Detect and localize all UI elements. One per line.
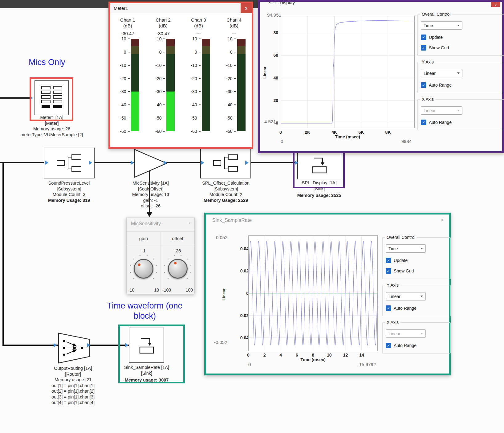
x-range-start: 0	[248, 362, 251, 367]
knob-control[interactable]	[163, 254, 193, 284]
x-range-end: 9984	[381, 139, 412, 144]
scale-tick-mark	[199, 131, 201, 132]
block-spl-display[interactable]	[297, 151, 341, 179]
wire	[2, 345, 59, 346]
block-output-routing[interactable]	[58, 333, 90, 364]
close-button[interactable]: x	[491, 2, 500, 7]
vu-meter: 100-10-20-30-40-50-60	[150, 39, 177, 131]
block-caption-output-routing: OutputRouting [1A][Router]Memory usage: …	[35, 366, 112, 406]
caption-line: Memory usage: 21	[35, 377, 112, 383]
caption-line: [Subsystem]	[187, 186, 264, 192]
checkbox-checked-icon: ✓	[386, 258, 391, 263]
update-checkbox[interactable]: ✓Update	[386, 258, 447, 263]
x-range-start: 0	[281, 139, 283, 144]
caption-line: [Router]	[35, 371, 112, 377]
scale-tick-mark	[234, 91, 236, 92]
show-grid-checkbox[interactable]: ✓Show Grid	[386, 268, 447, 274]
x-tick-label: 12	[339, 353, 352, 357]
param-value: -26	[174, 248, 181, 253]
time-domain-dropdown[interactable]: Time	[421, 21, 462, 30]
x-scale-dropdown[interactable]: Linear	[421, 106, 462, 115]
update-checkbox[interactable]: ✓Update	[421, 35, 501, 40]
scale-tick-mark	[234, 52, 236, 52]
scale-tick-label: -10	[221, 63, 233, 68]
block-spl-offset-calculation[interactable]	[200, 148, 251, 178]
show-grid-checkbox[interactable]: ✓Show Grid	[421, 45, 501, 51]
chevron-down-icon	[457, 25, 460, 26]
knob-face[interactable]	[168, 259, 188, 279]
x-axis-label: Time (msec)	[326, 134, 369, 139]
knob-face[interactable]	[134, 259, 153, 279]
scale-tick-label: -60	[221, 129, 233, 134]
channel-header: Chan 1 (dB)	[120, 17, 135, 29]
control-group: Overall ControlTime✓Update✓Show Grid	[417, 14, 504, 56]
y-scale-dropdown[interactable]: Linear	[421, 69, 462, 77]
sink-plot	[248, 235, 378, 351]
block-caption-mic-sensitivity: MicSensitivity [1A][ScaleOffset]Memory u…	[117, 180, 185, 209]
checkbox-label: Update	[394, 258, 408, 263]
knob-tick-dot	[156, 272, 157, 273]
knob-tick-dot	[187, 259, 188, 259]
scale-tick-label: 10	[115, 36, 126, 41]
knob-tick-dot	[133, 259, 134, 259]
scale-tick-mark	[234, 104, 236, 105]
meter-bar	[166, 39, 175, 131]
meter-channel: Chan 2 (dB)-30.47100-10-20-30-40-50-60	[146, 17, 181, 147]
x-auto-range-checkbox[interactable]: ✓Auto Range	[386, 343, 447, 348]
y-auto-range-checkbox[interactable]: ✓Auto Range	[421, 82, 501, 88]
close-button[interactable]: x	[189, 220, 191, 225]
control-group: Y AxisLinear✓Auto Range	[382, 285, 451, 316]
scale-tick-label: -50	[115, 116, 126, 121]
knob-control[interactable]	[129, 254, 158, 284]
block-meter1[interactable]	[35, 80, 69, 115]
scale-tick-label: 10	[221, 36, 233, 41]
x-auto-range-checkbox[interactable]: ✓Auto Range	[421, 120, 501, 125]
y-auto-range-checkbox[interactable]: ✓Auto Range	[386, 305, 447, 311]
spl-plot	[281, 16, 415, 128]
vu-meter: 100-10-20-30-40-50-60	[221, 39, 247, 131]
meter-channel: Chan 1 (dB)-30.47100-10-20-30-40-50-60	[111, 17, 145, 147]
caption-line: out[4] = pin[1].chan[4]	[35, 400, 112, 406]
output-pin-icon	[87, 343, 90, 347]
sink-icon	[136, 336, 158, 355]
scale-tick-label: -20	[221, 76, 233, 81]
block-sink-samplerate[interactable]	[129, 328, 164, 363]
meter-bar	[131, 39, 139, 131]
y-scale-dropdown[interactable]: Linear	[386, 292, 426, 300]
caption-line: Meter1 [1A]	[7, 115, 96, 121]
scale-tick-mark	[163, 65, 165, 66]
dropdown-value: Linear	[424, 71, 436, 76]
scale-tick-label: -50	[150, 116, 162, 121]
knob-tick-dot	[187, 278, 188, 279]
vu-meter: 100-10-20-30-40-50-60	[115, 39, 141, 131]
scale-tick-label: 0	[185, 50, 197, 55]
y-tick-label: -0	[268, 121, 279, 126]
time-domain-dropdown[interactable]: Time	[386, 244, 426, 253]
caption-line: SoundPressureLevel	[32, 180, 106, 186]
x-tick-label: 0	[274, 130, 287, 135]
close-button[interactable]: x	[241, 3, 252, 13]
dropdown-value: Linear	[388, 331, 400, 336]
input-pin-icon	[131, 161, 134, 165]
dropdown-value: Linear	[388, 294, 400, 299]
caption-line: OutputRouting [1A]	[35, 366, 112, 371]
control-group: X AxisLinear✓Auto Range	[417, 99, 504, 130]
window-titlebar[interactable]: Meter1 x	[110, 3, 252, 13]
window-title: Meter1	[114, 6, 128, 11]
block-sound-pressure-level[interactable]	[44, 148, 95, 178]
y-tick-text: 40	[273, 76, 278, 80]
caption-line: [ScaleOffset]	[117, 186, 185, 192]
x-scale-dropdown[interactable]: Linear	[386, 329, 426, 338]
y-tick-label: 80	[268, 30, 279, 35]
block-mic-sensitivity-triangle[interactable]	[134, 149, 167, 178]
y-axis-label: Linear	[222, 285, 226, 304]
x-tick-label: 6	[290, 353, 304, 357]
close-button[interactable]: x	[441, 217, 444, 222]
window-title: SPL_Display	[268, 2, 295, 6]
scale-tick-label: -20	[150, 76, 162, 81]
wire	[0, 97, 32, 99]
meter-channel: Chan 4 (dB)---100-10-20-30-40-50-60	[217, 17, 251, 147]
scale-tick-mark	[199, 118, 201, 118]
x-tick-label: 8	[306, 353, 320, 357]
caption-line: gain: -1	[117, 198, 185, 203]
